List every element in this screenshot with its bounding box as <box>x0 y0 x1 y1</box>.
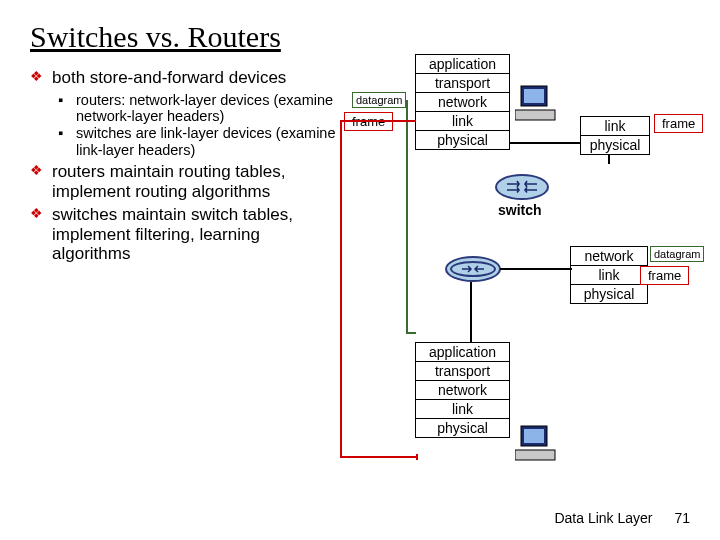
footer-text: Data Link Layer <box>554 510 652 526</box>
svg-rect-2 <box>515 110 555 120</box>
frame-path-left <box>340 120 416 458</box>
frame-label-router: frame <box>640 266 689 285</box>
datagram-label-router: datagram <box>650 246 704 262</box>
footer: Data Link Layer 71 <box>554 510 690 526</box>
svg-rect-1 <box>524 89 544 103</box>
bullet-1-sub-2: ▪ switches are link-layer devices (exami… <box>58 125 340 158</box>
layer-transport: transport <box>416 74 509 93</box>
link-line <box>470 282 472 342</box>
bullet-3: ❖ switches maintain switch tables, imple… <box>30 205 340 264</box>
computer-icon <box>515 84 559 124</box>
diamond-icon: ❖ <box>30 68 52 88</box>
svg-rect-5 <box>515 450 555 460</box>
layer-link: link <box>416 112 509 131</box>
switch-icon <box>495 174 549 200</box>
bullet-1-sub-2-text: switches are link-layer devices (examine… <box>76 125 340 158</box>
stack-router: network link physical <box>570 246 648 304</box>
link-line <box>500 268 572 270</box>
page-title: Switches vs. Routers <box>30 20 690 54</box>
layer-physical: physical <box>571 285 647 303</box>
bullet-1: ❖ both store-and-forward devices <box>30 68 340 88</box>
bullet-2-text: routers maintain routing tables, impleme… <box>52 162 340 201</box>
layer-application: application <box>416 343 509 362</box>
bullet-list: ❖ both store-and-forward devices ▪ route… <box>30 68 340 268</box>
computer-icon <box>515 424 559 464</box>
frame-path <box>412 454 418 460</box>
bullet-1-text: both store-and-forward devices <box>52 68 286 88</box>
layer-link: link <box>581 117 649 136</box>
svg-rect-4 <box>524 429 544 443</box>
layer-network: network <box>416 381 509 400</box>
layer-network: network <box>571 247 647 266</box>
diamond-icon: ❖ <box>30 205 52 264</box>
layer-network: network <box>416 93 509 112</box>
switch-label: switch <box>498 202 542 218</box>
layer-physical: physical <box>416 131 509 149</box>
stack-host-top: application transport network link physi… <box>415 54 510 150</box>
square-icon: ▪ <box>58 92 76 125</box>
layer-physical: physical <box>416 419 509 437</box>
router-icon <box>445 256 501 282</box>
layer-application: application <box>416 55 509 74</box>
bullet-1-sub-1-text: routers: network-layer devices (examine … <box>76 92 340 125</box>
stack-switch: link physical <box>580 116 650 155</box>
layer-transport: transport <box>416 362 509 381</box>
layer-physical: physical <box>581 136 649 154</box>
square-icon: ▪ <box>58 125 76 158</box>
layer-link: link <box>571 266 647 285</box>
bullet-3-text: switches maintain switch tables, impleme… <box>52 205 340 264</box>
frame-label-switch: frame <box>654 114 703 133</box>
diamond-icon: ❖ <box>30 162 52 201</box>
network-diagram: application transport network link physi… <box>310 54 710 494</box>
layer-link: link <box>416 400 509 419</box>
bullet-2: ❖ routers maintain routing tables, imple… <box>30 162 340 201</box>
datagram-label-top: datagram <box>352 92 406 108</box>
bullet-1-sub-1: ▪ routers: network-layer devices (examin… <box>58 92 340 125</box>
page-number: 71 <box>674 510 690 526</box>
stack-host-bottom: application transport network link physi… <box>415 342 510 438</box>
